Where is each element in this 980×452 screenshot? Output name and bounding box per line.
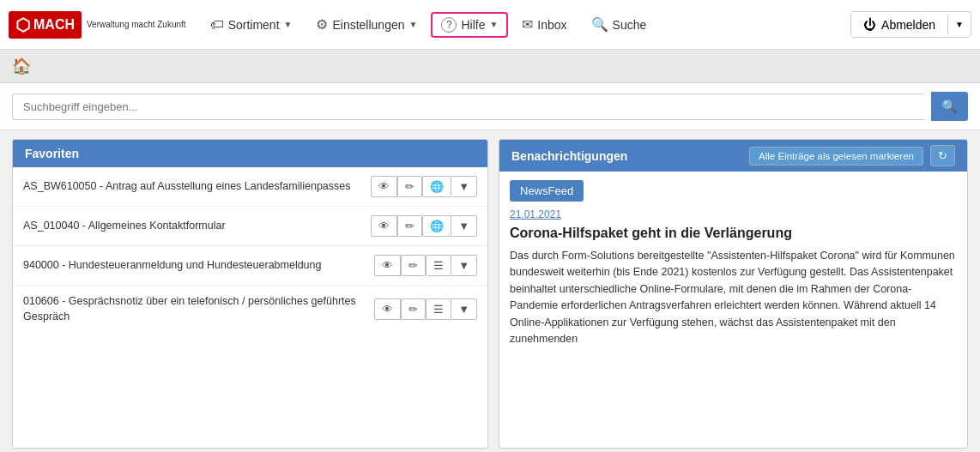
list-button[interactable]: ☰ (426, 255, 451, 276)
list-item: AS_BW610050 - Antrag auf Ausstellung ein… (13, 167, 487, 207)
logo-icon: ⬡ (15, 15, 30, 35)
fav-item-label: AS_010040 - Allgemeines Kontaktformular (23, 219, 366, 234)
edit-button[interactable]: ✏ (401, 298, 426, 320)
fav-item-label: 940000 - Hundesteueranmeldung und Hundes… (23, 258, 369, 274)
suche-icon: 🔍 (591, 16, 608, 33)
list-item: AS_010040 - Allgemeines Kontaktformular … (13, 207, 487, 246)
dropdown-button[interactable]: ▼ (451, 215, 477, 237)
logo-subtext: Verwaltung macht Zukunft (87, 20, 186, 30)
breadcrumb-bar: 🏠 (0, 50, 980, 83)
nav-einstellungen-label: Einstellungen (332, 18, 404, 32)
abmelden-button[interactable]: ⏻ Abmelden (851, 12, 947, 37)
favoriten-body: AS_BW610050 - Antrag auf Ausstellung ein… (13, 167, 487, 448)
logo-box: ⬡ MACH (9, 11, 82, 39)
nav-hilfe[interactable]: ? Hilfe ▼ (431, 12, 508, 38)
dropdown-button[interactable]: ▼ (451, 176, 477, 197)
view-button[interactable]: 👁 (374, 255, 401, 276)
abmelden-button-group: ⏻ Abmelden ▼ (850, 11, 971, 38)
favoriten-panel: Favoriten AS_BW610050 - Antrag auf Ausst… (12, 139, 488, 449)
view-button[interactable]: 👁 (374, 298, 401, 320)
action-group: 👁 ✏ 🌐 ▼ (371, 176, 477, 197)
search-bar: 🔍 (0, 83, 980, 130)
list-item: 940000 - Hundesteueranmeldung und Hundes… (13, 246, 487, 286)
fav-item-label: 010606 - Gesprächsnotiz über ein telefon… (23, 294, 369, 324)
nav-suche[interactable]: 🔍 Suche (581, 11, 657, 38)
action-group: 👁 ✏ ☰ ▼ (374, 298, 477, 320)
edit-button[interactable]: ✏ (401, 255, 426, 276)
home-icon[interactable]: 🏠 (12, 57, 31, 75)
benachrichtigungen-header: Benachrichtigungen Alle Einträge als gel… (499, 140, 967, 172)
abmelden-icon: ⏻ (863, 17, 876, 32)
fav-item-label: AS_BW610050 - Antrag auf Ausstellung ein… (23, 179, 366, 195)
fav-item-actions: 👁 ✏ 🌐 ▼ (371, 215, 477, 237)
chevron-down-icon: ▼ (489, 20, 498, 29)
action-group: 👁 ✏ ☰ ▼ (374, 255, 477, 276)
abmelden-dropdown-button[interactable]: ▼ (947, 15, 971, 34)
logo: ⬡ MACH Verwaltung macht Zukunft (9, 11, 186, 39)
dropdown-button[interactable]: ▼ (451, 255, 477, 276)
benachrichtigungen-panel: Benachrichtigungen Alle Einträge als gel… (499, 139, 968, 449)
benachrichtigungen-body: NewsFeed 21.01.2021 Corona-Hilfspaket ge… (499, 172, 967, 448)
nav-einstellungen[interactable]: ⚙ Einstellungen ▼ (305, 11, 427, 38)
dropdown-button[interactable]: ▼ (451, 298, 477, 320)
news-date[interactable]: 21.01.2021 (510, 208, 957, 220)
favoriten-title: Favoriten (25, 147, 79, 160)
list-item: 010606 - Gesprächsnotiz über ein telefon… (13, 286, 487, 333)
edit-button[interactable]: ✏ (397, 176, 422, 197)
sortiment-icon: 🏷 (210, 17, 224, 33)
logo-text: MACH (33, 17, 75, 33)
header: ⬡ MACH Verwaltung macht Zukunft 🏷 Sortim… (0, 0, 980, 50)
view-button[interactable]: 👁 (371, 215, 397, 237)
globe-button[interactable]: 🌐 (422, 176, 451, 197)
benachrichtigungen-title: Benachrichtigungen (511, 149, 627, 163)
news-body: Das durch Form-Solutions bereitgestellte… (510, 248, 957, 347)
chevron-down-icon: ▼ (409, 20, 418, 29)
refresh-button[interactable]: ↻ (930, 145, 955, 166)
favoriten-header: Favoriten (13, 140, 487, 167)
abmelden-label: Abmelden (881, 18, 935, 32)
fav-item-actions: 👁 ✏ 🌐 ▼ (371, 176, 477, 197)
mark-read-button[interactable]: Alle Einträge als gelesen markieren (749, 147, 923, 166)
list-button[interactable]: ☰ (426, 298, 451, 320)
nav-suche-label: Suche (613, 18, 647, 32)
inbox-icon: ✉ (522, 16, 533, 33)
nav-inbox[interactable]: ✉ Inbox (511, 11, 577, 38)
nav-sortiment-label: Sortiment (228, 18, 280, 32)
search-input[interactable] (12, 93, 924, 120)
nav-inbox-label: Inbox (537, 18, 566, 32)
nav-hilfe-label: Hilfe (461, 18, 485, 32)
einstellungen-icon: ⚙ (316, 16, 328, 33)
news-title: Corona-Hilfspaket geht in die Verlängeru… (510, 226, 957, 241)
globe-button[interactable]: 🌐 (422, 215, 451, 237)
hilfe-icon: ? (441, 17, 457, 33)
edit-button[interactable]: ✏ (397, 215, 422, 237)
fav-item-actions: 👁 ✏ ☰ ▼ (374, 255, 477, 276)
action-group: 👁 ✏ 🌐 ▼ (371, 215, 477, 237)
newsfeed-tab[interactable]: NewsFeed (510, 180, 584, 202)
view-button[interactable]: 👁 (371, 176, 397, 197)
chevron-down-icon: ▼ (284, 20, 293, 29)
main-content: Favoriten AS_BW610050 - Antrag auf Ausst… (0, 130, 980, 452)
nav-sortiment[interactable]: 🏷 Sortiment ▼ (200, 12, 303, 38)
fav-item-actions: 👁 ✏ ☰ ▼ (374, 298, 477, 320)
search-button[interactable]: 🔍 (931, 92, 968, 121)
